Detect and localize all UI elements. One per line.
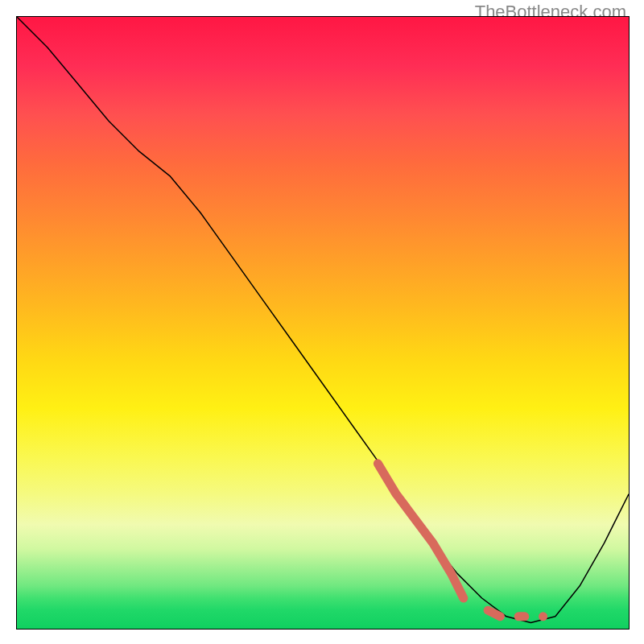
plot-area [16, 16, 630, 630]
highlight-group [378, 464, 547, 621]
highlight-dot [539, 612, 547, 621]
curve-layer [17, 17, 629, 629]
highlight-solid [378, 464, 463, 598]
highlight-dash [488, 610, 500, 617]
curve-group [17, 17, 629, 622]
bottleneck-curve [17, 17, 629, 622]
chart-container: TheBottleneck.com [0, 0, 644, 644]
